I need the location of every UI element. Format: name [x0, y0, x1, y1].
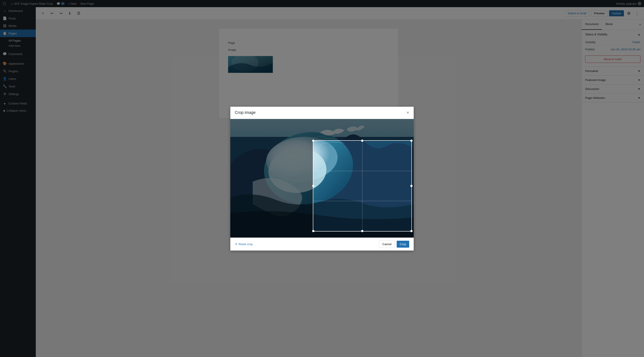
- modal-close-btn[interactable]: ×: [406, 110, 409, 115]
- crop-handle-tr[interactable]: [410, 140, 412, 142]
- crop-handle-tm[interactable]: [361, 140, 363, 142]
- modal-title: Crop image: [235, 110, 256, 115]
- crop-handle-ml[interactable]: [312, 185, 314, 187]
- cancel-btn[interactable]: Cancel: [379, 240, 395, 248]
- crop-handle-br[interactable]: [410, 230, 412, 232]
- crop-image-modal: Crop image ×: [230, 107, 414, 250]
- grid-v1: [362, 141, 362, 231]
- modal-overlay[interactable]: Crop image ×: [0, 0, 644, 357]
- grid-h2: [313, 201, 412, 201]
- modal-body: [230, 119, 414, 238]
- reset-crop-label: Reset crop: [238, 242, 253, 246]
- modal-footer: ↺ Reset crop Cancel Crop: [230, 238, 414, 250]
- crop-handle-bl[interactable]: [312, 230, 314, 232]
- crop-handle-tl[interactable]: [312, 140, 314, 142]
- crop-image-container: [230, 119, 414, 238]
- crop-grid: [313, 141, 412, 231]
- modal-header: Crop image ×: [230, 107, 414, 119]
- crop-handle-mr[interactable]: [410, 185, 412, 187]
- reset-icon: ↺: [235, 242, 237, 246]
- crop-btn[interactable]: Crop: [397, 241, 409, 248]
- crop-selection[interactable]: [313, 140, 412, 232]
- reset-crop-btn[interactable]: ↺ Reset crop: [235, 242, 253, 246]
